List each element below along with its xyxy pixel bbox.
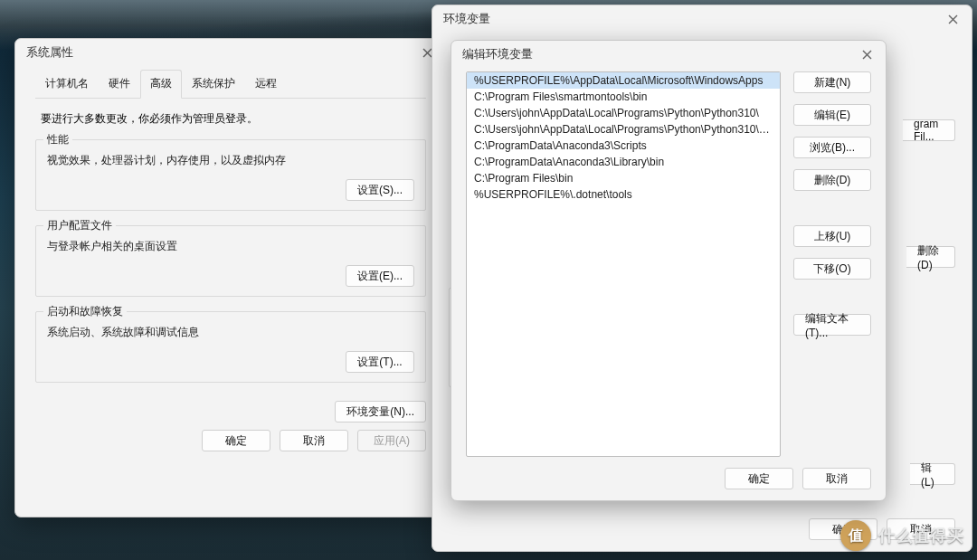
delete-button[interactable]: 删除(D) — [793, 169, 871, 191]
sysprop-cancel-button[interactable]: 取消 — [280, 430, 348, 451]
watermark-badge: 值 — [840, 520, 871, 551]
browse-button[interactable]: 浏览(B)... — [793, 137, 871, 158]
close-icon[interactable] — [853, 43, 880, 65]
tab-advanced[interactable]: 高级 — [140, 70, 182, 99]
peek-edit-button[interactable]: 辑(L) — [910, 463, 955, 485]
group-startup-recovery: 启动和故障恢复 系统启动、系统故障和调试信息 设置(T)... — [35, 311, 426, 383]
list-item[interactable]: C:\ProgramData\Anaconda3\Scripts — [467, 138, 780, 154]
group-performance-legend: 性能 — [43, 132, 72, 147]
peek-delete-button[interactable]: 删除(D) — [906, 246, 955, 268]
group-startup-legend: 启动和故障恢复 — [43, 304, 127, 319]
list-item[interactable]: %USERPROFILE%\AppData\Local\Microsoft\Wi… — [467, 72, 780, 89]
edit-env-var-dialog: 编辑环境变量 %USERPROFILE%\AppData\Local\Micro… — [451, 40, 887, 501]
sysprop-titlebar[interactable]: 系统属性 — [15, 39, 446, 66]
peek-column-fragment: gram Fil... — [903, 119, 955, 141]
tab-system-protect[interactable]: 系统保护 — [182, 70, 245, 98]
editenv-ok-button[interactable]: 确定 — [725, 468, 793, 489]
path-list[interactable]: %USERPROFILE%\AppData\Local\Microsoft\Wi… — [466, 71, 781, 457]
close-icon[interactable] — [939, 8, 966, 30]
group-user-profiles: 用户配置文件 与登录帐户相关的桌面设置 设置(E)... — [35, 225, 426, 297]
tab-computer-name[interactable]: 计算机名 — [35, 70, 99, 98]
list-item[interactable]: C:\Program Files\bin — [467, 170, 780, 186]
group-user-profiles-legend: 用户配置文件 — [43, 218, 116, 233]
edit-button[interactable]: 编辑(E) — [793, 104, 871, 126]
group-performance-desc: 视觉效果，处理器计划，内存使用，以及虚拟内存 — [47, 153, 414, 168]
sysprop-ok-button[interactable]: 确定 — [202, 430, 270, 451]
list-item[interactable]: %USERPROFILE%\.dotnet\tools — [467, 186, 780, 203]
editenv-cancel-button[interactable]: 取消 — [802, 468, 871, 489]
env-vars-button[interactable]: 环境变量(N)... — [335, 401, 426, 422]
startup-settings-button[interactable]: 设置(T)... — [346, 351, 414, 373]
group-startup-desc: 系统启动、系统故障和调试信息 — [47, 325, 414, 340]
editenv-title: 编辑环境变量 — [462, 47, 533, 62]
path-edit-buttons: 新建(N) 编辑(E) 浏览(B)... 删除(D) 上移(U) 下移(O) 编… — [793, 71, 871, 457]
tab-hardware[interactable]: 硬件 — [99, 70, 140, 98]
list-item[interactable]: C:\Users\john\AppData\Local\Programs\Pyt… — [467, 105, 780, 121]
envouter-titlebar[interactable]: 环境变量 — [432, 5, 972, 33]
sysprop-title: 系统属性 — [26, 45, 73, 61]
profiles-settings-button[interactable]: 设置(E)... — [346, 265, 414, 287]
group-performance: 性能 视觉效果，处理器计划，内存使用，以及虚拟内存 设置(S)... — [35, 139, 426, 211]
move-down-button[interactable]: 下移(O) — [793, 258, 871, 280]
system-properties-dialog: 系统属性 计算机名 硬件 高级 系统保护 远程 要进行大多数更改，你必须作为管理… — [14, 38, 447, 517]
list-item[interactable]: C:\Users\john\AppData\Local\Programs\Pyt… — [467, 121, 780, 138]
edit-text-button[interactable]: 编辑文本(T)... — [793, 314, 871, 336]
sysprop-tabs: 计算机名 硬件 高级 系统保护 远程 — [35, 70, 426, 99]
admin-note: 要进行大多数更改，你必须作为管理员登录。 — [41, 111, 426, 127]
tab-remote[interactable]: 远程 — [245, 70, 287, 98]
group-user-profiles-desc: 与登录帐户相关的桌面设置 — [47, 239, 414, 254]
list-item[interactable]: C:\ProgramData\Anaconda3\Library\bin — [467, 154, 780, 170]
editenv-titlebar[interactable]: 编辑环境变量 — [451, 41, 886, 68]
perf-settings-button[interactable]: 设置(S)... — [346, 179, 414, 201]
move-up-button[interactable]: 上移(U) — [793, 225, 871, 247]
watermark-text: 什么值得买 — [878, 525, 964, 546]
watermark: 值 什么值得买 — [840, 520, 964, 551]
sysprop-apply-button: 应用(A) — [357, 430, 426, 451]
envouter-title: 环境变量 — [443, 12, 490, 27]
new-button[interactable]: 新建(N) — [793, 71, 871, 93]
list-item[interactable]: C:\Program Files\smartmontools\bin — [467, 89, 780, 105]
